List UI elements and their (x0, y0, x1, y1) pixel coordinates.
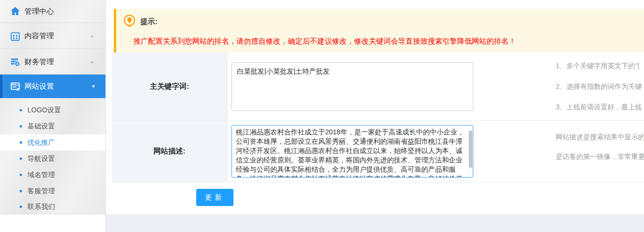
sidebar-subitem-label: 域名管理 (27, 171, 55, 180)
site-description-text: 桃江湘品惠农村合作社成立于2018年，是一家处于高速成长中的中小企业，公司资本雄… (236, 128, 467, 178)
keywords-label: 主关键字词: (112, 52, 228, 120)
sidebar-subitem-contact-us[interactable]: 联系我们 (0, 199, 105, 215)
caret-down-icon: ▼ (91, 84, 96, 89)
sidebar-item-admin-center[interactable]: 管理中心 (0, 0, 105, 23)
description-hint-2: 是访客的第一映像，非常重要 (556, 153, 644, 161)
sidebar-item-label: 内容管理 (25, 31, 54, 41)
sidebar-item-finance-management[interactable]: ¥ 财务管理 ▸ (0, 50, 105, 75)
sidebar-item-label: 管理中心 (25, 7, 54, 16)
yuan-glyph: ¥ (16, 62, 19, 66)
description-scrollbar-track[interactable] (468, 126, 473, 177)
actions-row: 更新 (112, 182, 644, 214)
bullet-dot (20, 125, 22, 128)
sidebar-item-website-settings[interactable]: 网站设置 ▼ (0, 75, 105, 98)
sidebar-item-content-management[interactable]: 内容管理 ▸ (0, 24, 105, 49)
sidebar-subitem-label: 联系我们 (27, 203, 55, 211)
keywords-hint-2: 2、选择有指数的词作为关键 (556, 82, 642, 91)
sidebar: 管理中心 内容管理 ▸ ¥ 财务管理 ▸ (0, 0, 106, 232)
sidebar-subitem-label: 优化推广 (27, 138, 55, 147)
notice-message: 推广配置关系到您网站的排名，请勿擅自修改，确定后不建议修改，修改关键词会导直接致… (133, 37, 516, 46)
keywords-row: 主关键字词: 白菜批发|小菜批发|土特产批发 1、多个关键字用英文下的"| 2、… (112, 52, 644, 121)
bullet-dot (20, 109, 22, 111)
main-content: 提示: 推广配置关系到您网站的排名，请勿擅自修改，确定后不建议修改，修改关键词会… (106, 0, 644, 214)
description-label: 网站描述: (112, 121, 228, 182)
sidebar-subitem-nav-settings[interactable]: 导航设置 (0, 151, 105, 167)
sidebar-subitem-basic-settings[interactable]: 基础设置 (0, 118, 105, 134)
website-browser-icon (10, 81, 21, 92)
update-button[interactable]: 更新 (196, 189, 233, 206)
chevron-right-icon: ▸ (91, 59, 94, 65)
description-hint-1: 网站描述是搜索结果中显示的 (556, 133, 644, 142)
sidebar-item-label: 财务管理 (25, 57, 54, 67)
sidebar-subitem-customer-service[interactable]: 客服管理 (0, 183, 105, 199)
sidebar-subitem-seo-promotion[interactable]: 优化推广 (0, 134, 105, 151)
site-description-textarea[interactable]: 桃江湘品惠农村合作社成立于2018年，是一家处于高速成长中的中小企业，公司资本雄… (232, 125, 473, 178)
bullet-dot (20, 174, 22, 176)
notice-banner: 提示: 推广配置关系到您网站的排名，请勿擅自修改，确定后不建议修改，修改关键词会… (114, 9, 644, 52)
sidebar-subitem-label: 客服管理 (27, 187, 55, 196)
bullet-dot (20, 157, 22, 160)
sidebar-subitem-label: 基础设置 (27, 122, 55, 131)
active-item-stripe (0, 75, 2, 98)
sidebar-subitem-label: LOGO设置 (27, 106, 61, 115)
finance-coins-icon: ¥ (10, 56, 21, 67)
lightbulb-icon (123, 14, 136, 30)
description-row: 网站描述: 桃江湘品惠农村合作社成立于2018年，是一家处于高速成长中的中小企业… (112, 121, 644, 182)
keywords-hint-1: 1、多个关键字用英文下的"| (556, 62, 639, 71)
keywords-hint-3: 3、上线前请设置好，最上线 (556, 103, 642, 112)
bullet-dot (20, 190, 22, 192)
bullet-dot (20, 206, 22, 208)
main-keywords-textarea[interactable]: 白菜批发|小菜批发|土特产批发 (232, 62, 473, 111)
sidebar-subitem-label: 导航设置 (27, 155, 55, 163)
page-footer-background (106, 214, 644, 232)
notice-title: 提示: (140, 17, 157, 26)
sidebar-item-label: 网站设置 (25, 82, 54, 91)
home-icon (10, 6, 21, 17)
content-grid-icon (10, 31, 21, 42)
sidebar-subitem-domain-management[interactable]: 域名管理 (0, 167, 105, 183)
bullet-dot (20, 141, 22, 144)
chevron-right-icon: ▸ (91, 33, 94, 39)
description-scrollbar-thumb[interactable] (469, 130, 472, 168)
sidebar-subitem-logo-settings[interactable]: LOGO设置 (0, 102, 105, 118)
